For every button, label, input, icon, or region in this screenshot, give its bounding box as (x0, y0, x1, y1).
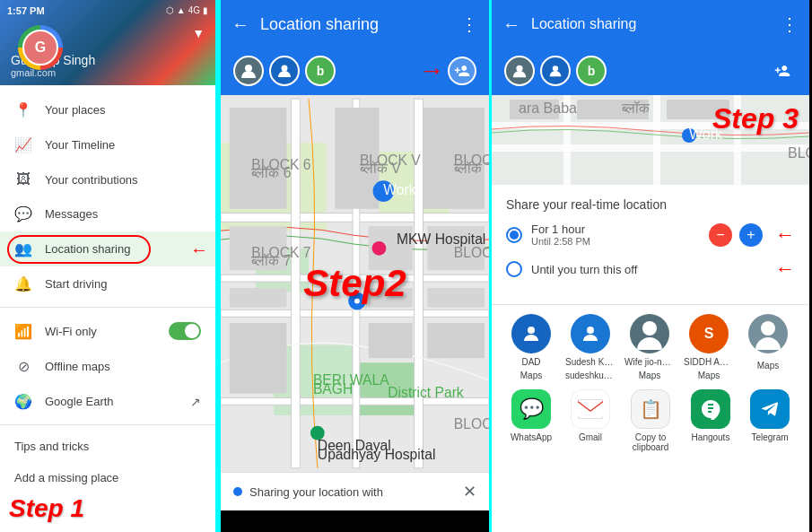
share-section-title: Share your real-time location (506, 197, 795, 212)
svg-point-43 (372, 241, 387, 256)
contact-name-dad: DAD (521, 357, 540, 367)
map-view[interactable]: BLOCK 6 ब्लॉक 6 BLOCK V ब्लॉक V BLOCK T … (221, 95, 489, 472)
avatars-bar: b → (221, 48, 489, 95)
sidebar-item-label: Add a missing place (14, 471, 118, 484)
svg-point-2 (282, 65, 288, 72)
contact-siddh[interactable]: S SIDDH ARATH SI... Maps (684, 314, 734, 380)
contact-avatar-wife (630, 314, 669, 353)
share-header: ← Location sharing ⋮ (492, 0, 809, 48)
share-avatar-2[interactable] (540, 56, 571, 86)
sidebar-item-label: Wi-Fi only (45, 325, 97, 338)
contact-name-sudesh: Sudesh Kumar Jo... (565, 357, 616, 367)
svg-text:BLOCK D: BLOCK D (454, 245, 489, 260)
telegram-icon (750, 389, 790, 429)
sidebar-item-google-earth[interactable]: 🌍 Google Earth ↗ (0, 384, 215, 419)
svg-text:Upadhyay Hospital: Upadhyay Hospital (318, 447, 436, 462)
app-hangouts[interactable]: Hangouts (685, 389, 736, 452)
share-avatars-bar: b (492, 48, 809, 95)
sidebar-item-offline-maps[interactable]: ⊘ Offline maps (0, 349, 215, 384)
sidebar-item-label: Start driving (45, 277, 107, 291)
svg-text:ara Baba: ara Baba (519, 100, 577, 116)
svg-rect-25 (230, 323, 287, 393)
offline-maps-icon: ⊘ (14, 358, 32, 375)
app-name-gmail: Gmail (579, 432, 602, 442)
sidebar-item-add-place[interactable]: Add a missing place (0, 462, 215, 493)
app-copy[interactable]: 📋 Copy to clipboard (624, 389, 677, 452)
sidebar-item-label: Your places (45, 103, 105, 117)
menu-divider-2 (0, 424, 215, 425)
status-icons: ⬡ ▲ 4G ▮ (166, 5, 208, 15)
sidebar-item-label: Tips and tricks (14, 440, 89, 453)
sidebar-item-contributions[interactable]: 🖼 Your contributions (0, 162, 215, 196)
gmail-icon (571, 389, 610, 429)
radio-1-hour[interactable] (506, 227, 522, 243)
pin-icon: 📍 (14, 101, 32, 118)
more-options-icon[interactable]: ⋮ (460, 13, 478, 35)
svg-rect-26 (369, 323, 413, 358)
contact-wife[interactable]: Wife jio-number Maps (624, 314, 675, 380)
avatar-2[interactable] (269, 56, 300, 86)
step1-label: Step 1 (9, 494, 84, 523)
svg-text:ब्लॉक 6: ब्लॉक 6 (250, 165, 291, 180)
app-telegram[interactable]: Telegram (745, 389, 795, 452)
add-person-icon-2[interactable] (768, 57, 797, 85)
panel-sidebar: 1:57 PM ⬡ ▲ 4G ▮ G Gurdeep Singh gmail.c… (0, 0, 218, 532)
sidebar-item-messages[interactable]: 💬 Messages (0, 196, 215, 231)
increase-duration-button[interactable]: + (739, 223, 763, 247)
back-button[interactable]: ← (231, 14, 249, 35)
svg-point-67 (528, 327, 535, 334)
sidebar-item-label: Messages (45, 207, 98, 221)
contacts-section: DAD Maps Sudesh Kumar Jo... sudeshkum...… (492, 305, 809, 461)
close-button[interactable]: ✕ (463, 482, 476, 501)
copy-icon: 📋 (631, 389, 670, 429)
sidebar-item-timeline[interactable]: 📈 Your Timeline (0, 127, 215, 162)
svg-text:BLOCK BE: BLOCK BE (454, 416, 489, 432)
sidebar-item-location-sharing[interactable]: 👥 Location sharing ← (0, 231, 215, 266)
sidebar-item-start-driving[interactable]: 🔔 Start driving (0, 266, 215, 301)
svg-point-0 (245, 65, 252, 72)
decrease-duration-button[interactable]: − (709, 223, 732, 247)
contact-sudesh[interactable]: Sudesh Kumar Jo... sudeshkum... (565, 314, 616, 380)
more-options-icon-2[interactable]: ⋮ (781, 13, 799, 35)
dropdown-icon[interactable]: ▼ (192, 25, 205, 41)
svg-text:Work: Work (383, 182, 415, 197)
svg-rect-22 (230, 288, 287, 308)
avatar-1[interactable] (233, 56, 264, 86)
app-gmail[interactable]: Gmail (565, 389, 616, 452)
panel-map: ← Location sharing ⋮ b → (218, 0, 492, 532)
share-avatar-3[interactable]: b (576, 56, 607, 86)
share-title: Location sharing (531, 16, 770, 32)
contact-extra[interactable]: Maps (743, 314, 793, 380)
sidebar-item-tips[interactable]: Tips and tricks (0, 431, 215, 462)
contact-dad[interactable]: DAD Maps (506, 314, 556, 380)
contact-name-siddh: SIDDH ARATH SI... (684, 357, 734, 367)
add-person-button[interactable] (448, 57, 476, 85)
svg-point-51 (516, 65, 522, 72)
sidebar-item-your-places[interactable]: 📍 Your places (0, 92, 215, 127)
sharing-text: Sharing your location with (249, 485, 456, 499)
wifi-icon: 📶 (14, 323, 32, 340)
avatar-3[interactable]: b (305, 56, 336, 86)
wifi-toggle[interactable] (169, 322, 201, 340)
svg-text:BAGH: BAGH (313, 381, 353, 397)
sharing-indicator (233, 487, 242, 496)
menu-divider (0, 307, 215, 308)
contact-app-extra: Maps (757, 361, 779, 371)
svg-text:District Park: District Park (388, 385, 464, 400)
svg-text:BLOCK D: BLOCK D (788, 145, 809, 161)
svg-point-70 (761, 321, 775, 336)
radio-1-hour-main: For 1 hour (531, 222, 700, 236)
map-title: Location sharing (260, 15, 450, 34)
app-whatsapp[interactable]: 💬 WhatsApp (506, 389, 556, 452)
radio-1-hour-text: For 1 hour Until 2:58 PM (531, 222, 700, 247)
radio-option-until-off[interactable]: Until you turn this off ← (506, 257, 795, 281)
share-avatar-1[interactable] (504, 56, 535, 86)
sidebar-item-wifi[interactable]: 📶 Wi-Fi only (0, 313, 215, 349)
back-button-2[interactable]: ← (502, 14, 520, 35)
radio-option-1-hour[interactable]: For 1 hour Until 2:58 PM − + ← (506, 222, 795, 247)
signal-icon: ▲ (177, 5, 186, 15)
app-name-hangouts: Hangouts (692, 432, 730, 442)
radio-until-off[interactable] (506, 261, 522, 277)
svg-point-52 (553, 65, 558, 71)
contact-app-siddh: Maps (698, 371, 720, 380)
